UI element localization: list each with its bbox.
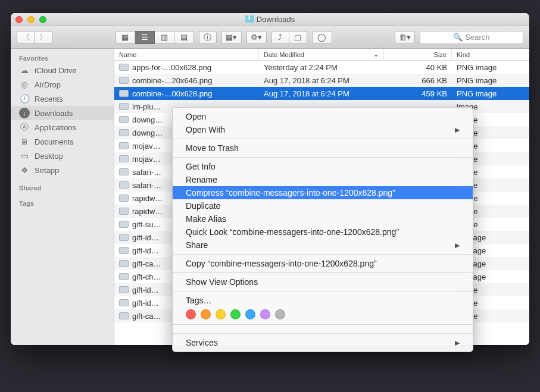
tag-color-dot[interactable] [201, 309, 211, 319]
share-button[interactable]: ⤴ [271, 31, 289, 44]
file-thumb-icon [119, 299, 129, 306]
col-kind[interactable]: Kind [452, 49, 529, 60]
sidebar-item-desktop[interactable]: ▭Desktop [11, 149, 114, 163]
file-thumb-icon [119, 142, 129, 149]
file-thumb-icon [119, 129, 129, 136]
view-gallery-button[interactable]: ▤ [174, 31, 194, 44]
setapp-icon: ❖ [19, 165, 30, 175]
new-folder-button[interactable]: ▢ [289, 31, 307, 44]
file-thumb-icon [119, 181, 129, 189]
view-icons-button[interactable]: ▦ [116, 31, 135, 44]
tags-button[interactable]: ◯ [312, 31, 332, 44]
menu-rename[interactable]: Rename [173, 173, 473, 186]
tag-color-dot[interactable] [230, 309, 241, 319]
menu-move-to-trash[interactable]: Move to Trash [173, 142, 473, 155]
toolbar: 〈 〉 ▦ ☰ ▥ ▤ ⓘ ▦▾ ⚙︎▾ ⤴ ▢ ◯ 🗑︎▾ 🔍 Search [11, 26, 529, 49]
tag-color-dot[interactable] [216, 309, 226, 319]
file-thumb-icon [119, 155, 129, 162]
search-icon: 🔍 [453, 33, 463, 42]
sidebar-item-documents[interactable]: 🗎Documents [11, 134, 114, 149]
col-date[interactable]: Date Modified⌄ [259, 49, 384, 60]
airdrop-icon: ◎ [19, 79, 30, 90]
menu-open[interactable]: Open [173, 110, 473, 123]
file-thumb-icon [119, 312, 129, 319]
file-name: gift-id… [132, 233, 159, 242]
zoom-window-button[interactable] [39, 16, 46, 23]
table-row[interactable]: combine-…00x628.pngAug 17, 2018 at 6:24 … [114, 87, 529, 100]
file-thumb-icon [119, 103, 129, 110]
file-date: Aug 17, 2018 at 6:24 PM [259, 76, 384, 85]
file-size: 459 KB [384, 89, 452, 98]
col-size[interactable]: Size [384, 49, 452, 60]
search-input[interactable]: 🔍 Search [420, 31, 523, 44]
table-row[interactable]: apps-for-…00x628.pngYesterday at 2:24 PM… [114, 61, 529, 74]
tag-color-dot[interactable] [275, 309, 285, 319]
forward-button[interactable]: 〉 [35, 31, 52, 44]
minimize-window-button[interactable] [27, 16, 35, 23]
menu-duplicate[interactable]: Duplicate [173, 199, 473, 212]
submenu-arrow-icon: ▶ [455, 242, 460, 249]
submenu-arrow-icon: ▶ [455, 339, 460, 347]
file-thumb-icon [119, 77, 129, 84]
file-thumb-icon [119, 116, 129, 123]
menu-share[interactable]: Share▶ [173, 239, 473, 252]
menu-tags[interactable]: Tags… [173, 294, 473, 307]
tag-color-dot[interactable] [245, 309, 255, 319]
view-list-button[interactable]: ☰ [135, 31, 155, 44]
file-name: gift-id… [132, 286, 159, 294]
file-thumb-icon [119, 195, 129, 202]
file-name: downg… [132, 128, 163, 137]
search-placeholder: Search [465, 33, 489, 42]
file-thumb-icon [119, 221, 129, 228]
file-thumb-icon [119, 168, 129, 175]
menu-view-options[interactable]: Show View Options [173, 275, 473, 288]
menu-get-info[interactable]: Get Info [173, 160, 473, 173]
view-columns-button[interactable]: ▥ [155, 31, 174, 44]
submenu-arrow-icon: ▶ [455, 126, 460, 134]
sidebar-item-downloads[interactable]: ↓Downloads [11, 106, 114, 120]
sidebar-item-icloud[interactable]: ☁︎iCloud Drive [11, 63, 114, 77]
sidebar-item-applications[interactable]: ⒶApplications [11, 120, 114, 134]
menu-open-with[interactable]: Open With▶ [173, 123, 473, 136]
file-thumb-icon [119, 234, 129, 241]
sidebar-section-favorites: Favorites [11, 52, 114, 63]
trash-button[interactable]: 🗑︎▾ [395, 31, 415, 44]
menu-services[interactable]: Services▶ [173, 336, 473, 349]
file-name: rapidw… [132, 207, 163, 216]
file-name: apps-for-…00x628.png [132, 63, 211, 72]
download-icon: ↓ [19, 108, 30, 118]
close-window-button[interactable] [15, 16, 23, 23]
file-name: gift-id… [132, 246, 159, 255]
menu-copy[interactable]: Copy “combine-messagers-into-one-1200x62… [173, 257, 473, 270]
file-date: Aug 17, 2018 at 6:24 PM [259, 89, 384, 98]
file-name: rapidw… [132, 194, 163, 203]
sidebar-item-airdrop[interactable]: ◎AirDrop [11, 77, 114, 92]
folder-icon [245, 15, 254, 23]
traffic-lights [15, 16, 46, 23]
back-button[interactable]: 〈 [17, 31, 35, 44]
file-name: safari-… [132, 181, 161, 190]
file-name: gift-su… [132, 220, 161, 229]
tag-color-dot[interactable] [260, 309, 270, 319]
file-thumb-icon [119, 273, 129, 280]
file-size: 40 KB [384, 63, 452, 72]
tag-color-dot[interactable] [186, 309, 196, 319]
file-name: combine-…20x646.png [132, 76, 212, 85]
table-row[interactable]: combine-…20x646.pngAug 17, 2018 at 6:24 … [114, 74, 529, 87]
window-title: Downloads [11, 15, 529, 24]
file-name: combine-…00x628.png [132, 89, 212, 98]
arrange-button[interactable]: ▦▾ [221, 31, 242, 44]
info-button[interactable]: ⓘ [199, 31, 217, 44]
sidebar-item-recents[interactable]: 🕘Recents [11, 92, 114, 106]
action-button[interactable]: ⚙︎▾ [246, 31, 267, 44]
menu-compress[interactable]: Compress “combine-messagers-into-one-120… [173, 186, 473, 199]
sidebar-item-setapp[interactable]: ❖Setapp [11, 163, 114, 177]
file-thumb-icon [119, 286, 129, 293]
context-menu: Open Open With▶ Move to Trash Get Info R… [172, 107, 473, 352]
file-name: gift-ca… [132, 259, 161, 268]
menu-make-alias[interactable]: Make Alias [173, 212, 473, 225]
menu-quick-look[interactable]: Quick Look “combine-messagers-into-one-1… [173, 225, 473, 239]
col-name[interactable]: Name [114, 49, 259, 60]
file-name: gift-id… [132, 299, 159, 308]
cloud-icon: ☁︎ [19, 65, 30, 76]
